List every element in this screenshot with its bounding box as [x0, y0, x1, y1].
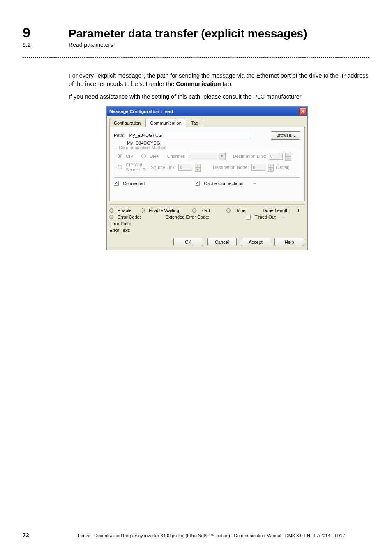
error-path-label: Error Path: — [109, 221, 131, 226]
dest-node-value: 0 — [251, 164, 265, 171]
dialog-window: Message Configuration - read ✕ Configura… — [106, 106, 308, 250]
titlebar: Message Configuration - read ✕ — [107, 107, 307, 116]
timed-out-checkbox — [246, 215, 251, 220]
dest-node-spinner: ▲▼ — [268, 164, 274, 171]
browse-button[interactable]: Browse... — [271, 131, 300, 140]
cancel-button[interactable]: Cancel — [207, 238, 237, 246]
radio-cip-with-source — [118, 165, 122, 169]
start-led — [192, 208, 196, 213]
enable-label: Enable — [118, 208, 131, 213]
arrow-left-icon: ← — [252, 181, 257, 186]
dest-link-value: 0 — [269, 153, 283, 160]
paragraph-2: If you need assistance with the setting … — [69, 92, 369, 101]
path-input[interactable] — [127, 132, 250, 139]
ok-button[interactable]: OK — [173, 238, 203, 246]
dest-link-label: Destination Link: — [233, 154, 266, 159]
done-length-value: 0 — [296, 208, 299, 213]
dialog-title: Message Configuration - read — [109, 109, 299, 114]
communication-method-group: Communication Method CIP DH+ Channel: ▼ … — [114, 148, 300, 178]
done-led — [226, 208, 231, 213]
dest-node-label: Destination Node: — [213, 165, 249, 170]
radio-cip-label: CIP — [126, 154, 133, 159]
radio-cip-with-source-label: CIP With Source ID — [126, 162, 148, 172]
path-label: Path: — [114, 133, 125, 138]
done-label: Done — [235, 208, 245, 213]
radio-dhplus — [141, 154, 146, 158]
timed-out-label: Timed Out — [255, 215, 276, 220]
error-code-led — [109, 215, 113, 219]
octal-label: (Octal) — [276, 165, 290, 170]
tab-communication[interactable]: Communication — [145, 119, 186, 127]
source-link-spinner: ▲▼ — [195, 164, 201, 171]
group-legend: Communication Method — [118, 145, 168, 150]
chevron-down-icon: ▼ — [219, 153, 225, 160]
paragraph-1-bold: Communication — [176, 81, 221, 87]
channel-label: Channel: — [167, 154, 185, 159]
source-link-label: Source Link: — [151, 165, 176, 170]
tab-tag[interactable]: Tag — [187, 119, 203, 127]
footer-text: Lenze · Decentralised frequency inverter… — [54, 533, 369, 538]
enable-waiting-led — [141, 208, 145, 213]
tab-strip: Configuration Communication Tag — [109, 118, 305, 127]
arrow-left-icon-2: ← — [281, 215, 286, 220]
error-code-label: Error Code: — [118, 215, 141, 220]
error-text-label: Error Text: — [109, 228, 130, 233]
paragraph-1: For every "explicit message", the path f… — [69, 72, 369, 88]
source-link-value: 0 — [178, 164, 192, 171]
page-number: 72 — [23, 532, 29, 539]
connected-checkbox[interactable] — [114, 181, 119, 186]
start-label: Start — [201, 208, 210, 213]
dest-link-spinner: ▲▼ — [285, 153, 291, 160]
accept-button[interactable]: Accept — [241, 238, 270, 246]
subsection-number: 9.2 — [23, 42, 69, 48]
done-length-label: Done Length: — [263, 208, 290, 213]
ext-error-code-label: Extended Error Code: — [166, 215, 209, 220]
chapter-number: 9 — [23, 25, 69, 41]
radio-cip — [118, 154, 122, 158]
help-button[interactable]: Help — [274, 238, 304, 246]
enable-led — [109, 208, 113, 213]
enable-waiting-label: Enable Waiting — [149, 208, 179, 213]
close-icon[interactable]: ✕ — [299, 108, 307, 115]
cache-connections-checkbox[interactable] — [195, 181, 200, 186]
connected-label: Connected — [123, 181, 145, 186]
channel-combo: ▼ — [188, 153, 226, 160]
tab-configuration[interactable]: Configuration — [109, 119, 145, 127]
paragraph-1-b: tab. — [221, 81, 233, 87]
radio-dhplus-label: DH+ — [150, 154, 159, 159]
subsection-title: Read parameters — [69, 42, 113, 48]
cache-connections-label: Cache Connections — [204, 181, 243, 186]
divider — [23, 57, 369, 58]
chapter-title: Parameter data transfer (explicit messag… — [69, 27, 307, 40]
